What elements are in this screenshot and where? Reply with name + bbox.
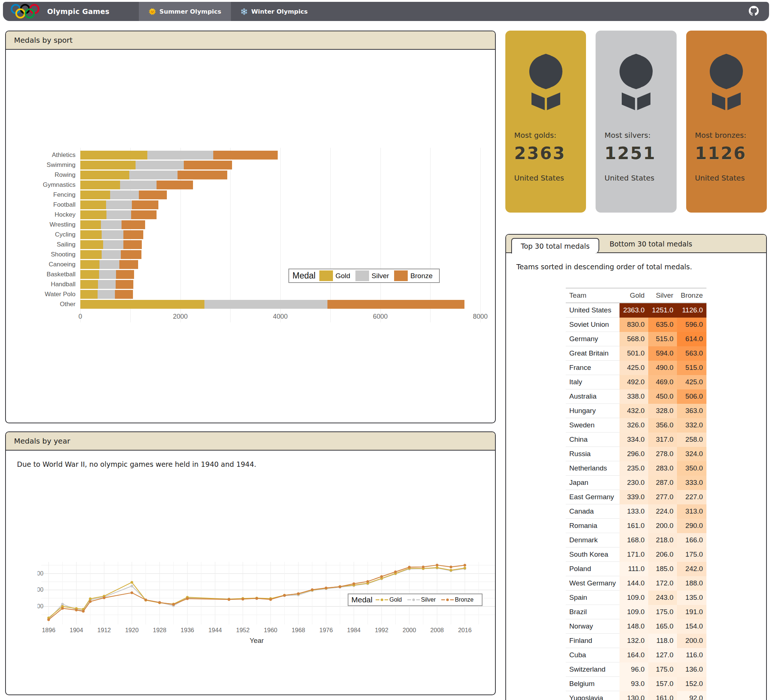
bronze-cell: 166.0 — [677, 533, 707, 548]
silver-segment — [106, 210, 131, 219]
bar-label-football: Football — [25, 200, 80, 210]
bar-plot-area: Medal GoldSilverBronze 02000400060008000 — [80, 150, 480, 322]
gold-cell: 339.0 — [620, 490, 648, 504]
team-cell: Denmark — [566, 533, 620, 548]
nav-tab-summer-olympics[interactable]: 🌞 Summer Olympics — [139, 2, 231, 21]
brand[interactable]: Olympic Games — [3, 3, 139, 20]
silver-cell: 218.0 — [648, 533, 677, 548]
x-tick-label: 2016 — [458, 627, 472, 633]
tab-bottom-30-total-medals[interactable]: Bottom 30 total medals — [599, 235, 703, 252]
bar-chart-legend: Medal GoldSilverBronze — [288, 269, 440, 283]
sun-face-icon: 🌞 — [149, 8, 156, 15]
silver-segment — [204, 300, 327, 309]
silver-cell: 243.0 — [648, 590, 677, 605]
bronze-segment — [157, 180, 193, 189]
silver-cell: 594.0 — [648, 346, 677, 361]
bar-row-rowing — [80, 170, 480, 180]
bar-x-axis: 02000400060008000 — [80, 309, 480, 322]
table-note: Teams sorted in descending order of tota… — [506, 253, 766, 271]
bronze-cell: 324.0 — [677, 447, 707, 461]
gold-cell: 296.0 — [620, 447, 648, 461]
bronze-point — [463, 564, 466, 567]
card-value: 2363 — [514, 143, 577, 163]
bronze-point — [159, 601, 161, 604]
card-team: United States — [604, 174, 667, 182]
bar-row-other — [80, 299, 480, 309]
table-row: Spain109.0243.0135.0 — [566, 590, 707, 605]
table-row: Great Britain501.0594.0563.0 — [566, 346, 707, 361]
table-row: Germany568.0515.0614.0 — [566, 332, 707, 346]
bronze-point — [144, 599, 147, 601]
silver-legend-swatch — [355, 270, 369, 281]
silver-cell: 450.0 — [648, 389, 677, 404]
legend-label: Bronze — [408, 272, 438, 280]
column-header-team: Team — [566, 288, 620, 303]
gold-cell: 338.0 — [620, 389, 648, 404]
bronze-cell: 227.0 — [677, 490, 707, 504]
bronze-point — [352, 582, 355, 585]
x-tick-label: 0 — [79, 313, 82, 321]
table-row: France425.0490.0515.0 — [566, 361, 707, 375]
bronze-point — [61, 607, 64, 610]
bar-row-water-polo — [80, 289, 480, 299]
medals-by-sport-chart: AthleticsSwimmingRowingGymnasticsFencing… — [25, 150, 480, 322]
card-team: United States — [695, 174, 758, 182]
table-row: Soviet Union830.0635.0596.0 — [566, 318, 707, 332]
bronze-point — [394, 570, 397, 573]
bronze-segment — [184, 161, 232, 169]
x-tick-label: 8000 — [473, 313, 487, 321]
bronze-segment — [178, 170, 227, 179]
nav-tab-winter-olympics[interactable]: ❄️ Winter Olympics — [231, 2, 317, 21]
gold-cell: 2363.0 — [620, 303, 648, 318]
silver-segment — [101, 220, 121, 229]
gridline — [480, 148, 481, 322]
gold-cell: 235.0 — [620, 461, 648, 475]
team-cell: Italy — [566, 375, 620, 389]
gold-segment — [80, 180, 120, 189]
gold-cell: 171.0 — [620, 548, 648, 562]
gold-segment — [80, 210, 106, 219]
legend-title: Medal — [350, 595, 375, 604]
github-icon — [749, 6, 759, 17]
bronze-cell: 333.0 — [677, 475, 707, 490]
bronze-point — [269, 598, 272, 601]
table-row: United States2363.01251.01126.0 — [566, 303, 707, 318]
bronze-segment — [132, 200, 159, 209]
bronze-point — [75, 609, 78, 611]
silver-cell: 185.0 — [648, 562, 677, 576]
team-cell: Romania — [566, 519, 620, 533]
tab-top-30-total-medals[interactable]: Top 30 total medals — [511, 238, 599, 254]
team-cell: East Germany — [566, 490, 620, 504]
bronze-cell: 258.0 — [677, 433, 707, 447]
bronze-segment — [131, 210, 157, 219]
bronze-point — [172, 603, 175, 606]
silver-segment — [106, 200, 132, 209]
bronze-segment — [121, 250, 141, 259]
bar-row-gymnastics — [80, 180, 480, 190]
table-row: Cuba164.0127.0116.0 — [566, 648, 707, 662]
bronze-segment — [139, 190, 167, 199]
bronze-cell: 1126.0 — [677, 303, 707, 318]
silver-segment — [100, 260, 119, 269]
x-tick-label: 1992 — [375, 627, 389, 633]
bronze-point — [283, 594, 286, 597]
silver-cell: 287.0 — [648, 475, 677, 490]
bronze-segment — [116, 280, 134, 289]
gold-point — [450, 569, 452, 571]
bronze-segment — [115, 290, 133, 299]
gold-cell: 144.0 — [620, 576, 648, 590]
card-value: 1251 — [604, 143, 667, 163]
team-cell: Norway — [566, 619, 620, 634]
bronze-segment — [121, 220, 145, 229]
y-tick-label: 200 — [38, 603, 43, 609]
silver-cell: 283.0 — [648, 461, 677, 475]
team-cell: United States — [566, 303, 620, 318]
bronze-point — [186, 597, 188, 600]
bar-label-handball: Handball — [25, 279, 80, 289]
legend-title: Medal — [290, 271, 319, 281]
bar-row-swimming — [80, 160, 480, 170]
x-tick-label: 6000 — [373, 313, 388, 321]
bar-category-labels: AthleticsSwimmingRowingGymnasticsFencing… — [25, 150, 80, 322]
gold-cell: 109.0 — [620, 590, 648, 605]
github-link[interactable] — [749, 6, 759, 17]
